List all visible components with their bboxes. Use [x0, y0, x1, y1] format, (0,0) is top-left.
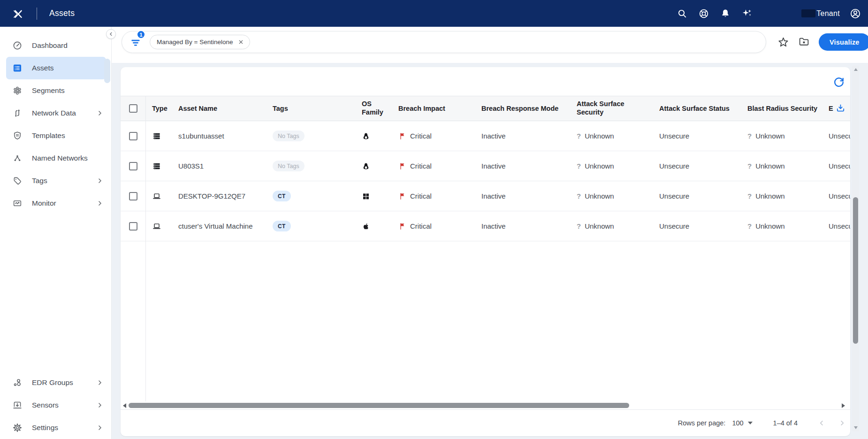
column-header-attack-surface-status[interactable]: Attack Surface Status [657, 105, 740, 112]
sidebar-item-monitor[interactable]: Monitor [0, 192, 111, 215]
row-checkbox[interactable] [129, 132, 137, 140]
tag-chip: CT [273, 191, 291, 201]
sidebar-item-edr-groups[interactable]: EDR Groups [0, 371, 111, 394]
table-row[interactable]: ctuser's Virtual Machine CT Critical Ina… [121, 211, 850, 241]
attack-surface-security-value: Unknown [585, 192, 614, 200]
column-header-os-family[interactable]: OS Family [356, 100, 394, 116]
breach-response-mode-value: Inactive [479, 222, 572, 230]
table-row[interactable]: U803S1 No Tags Critical Inactive ?Unknow… [121, 151, 850, 181]
sidebar-item-segments[interactable]: Segments [0, 79, 111, 102]
attack-surface-status-value: Unsecure [657, 192, 740, 200]
vertical-scrollbar-thumb[interactable] [853, 197, 858, 344]
visualize-button[interactable]: Visualize [819, 33, 868, 51]
clipped-value: Unsecure [827, 162, 850, 170]
search-icon[interactable] [677, 8, 688, 19]
brand-logo-icon[interactable] [11, 7, 25, 21]
column-header-type[interactable]: Type [145, 105, 178, 112]
saved-filters-folder-icon[interactable] [798, 36, 810, 48]
row-checkbox[interactable] [129, 222, 137, 231]
column-header-attack-surface-security[interactable]: Attack Surface Security [572, 100, 657, 116]
asset-name[interactable]: s1ubuntuasset [178, 132, 273, 140]
filter-chip[interactable]: Managed By = Sentinelone [150, 35, 250, 49]
sidebar-item-label: Network Data [32, 109, 76, 117]
column-header-asset-name[interactable]: Asset Name [178, 105, 273, 112]
column-header-blast-radius-security[interactable]: Blast Radius Security [740, 105, 827, 112]
horizontal-scrollbar[interactable] [121, 401, 850, 409]
horizontal-scrollbar-thumb[interactable] [129, 403, 629, 408]
critical-flag-icon [398, 222, 407, 231]
chevron-right-icon [96, 177, 104, 185]
pinned-column-divider [145, 96, 146, 401]
top-navbar: Assets Tenant [0, 0, 868, 27]
notifications-bell-icon[interactable] [720, 8, 731, 19]
sidebar-scrollbar-thumb[interactable] [104, 59, 110, 83]
filter-bar[interactable]: 1 Managed By = Sentinelone [122, 31, 766, 53]
table-row[interactable]: DESKTOP-9G12QE7 CT Critical Inactive ?Un… [121, 181, 850, 211]
column-header-breach-impact[interactable]: Breach Impact [394, 105, 479, 112]
filter-chip-label: Managed By = Sentinelone [157, 39, 233, 46]
sidebar-item-assets[interactable]: Assets [6, 57, 106, 79]
column-header-breach-response-mode[interactable]: Breach Response Mode [479, 105, 572, 112]
sidebar-item-tags[interactable]: Tags [0, 169, 111, 192]
shield-icon [12, 131, 23, 141]
redacted-tenant-box [801, 9, 815, 17]
sidebar-item-label: Dashboard [32, 41, 68, 50]
question-icon: ? [747, 162, 752, 170]
breach-impact-value: Critical [410, 132, 432, 140]
attack-surface-security-value: Unknown [585, 222, 614, 230]
sidebar-item-dashboard[interactable]: Dashboard [0, 34, 111, 57]
sidebar-item-sensors[interactable]: Sensors [0, 394, 111, 416]
help-icon[interactable] [698, 8, 709, 19]
ai-sparkles-icon[interactable] [741, 8, 753, 19]
pagination-bar: Rows per page: 100 1–4 of 4 [121, 409, 850, 436]
breach-response-mode-value: Inactive [479, 162, 572, 170]
vertical-scrollbar[interactable] [852, 66, 859, 431]
asset-name[interactable]: DESKTOP-9G12QE7 [178, 192, 273, 200]
filter-icon[interactable]: 1 [129, 36, 142, 48]
question-icon: ? [747, 222, 752, 230]
rows-per-page-select[interactable]: 100 [732, 419, 752, 427]
network-data-icon [12, 108, 23, 118]
page-title: Assets [49, 8, 75, 18]
asset-name[interactable]: ctuser's Virtual Machine [178, 222, 273, 230]
sidebar-item-settings[interactable]: Settings [0, 416, 111, 439]
sidebar-collapse-button[interactable] [106, 29, 116, 39]
row-checkbox[interactable] [129, 192, 137, 200]
table-row[interactable]: s1ubuntuasset No Tags Critical Inactive … [121, 121, 850, 151]
laptop-icon [152, 192, 178, 201]
breach-response-mode-value: Inactive [479, 132, 572, 140]
sidebar-item-network-data[interactable]: Network Data [0, 102, 111, 124]
attack-surface-status-value: Unsecure [657, 162, 740, 170]
favorite-star-icon[interactable] [777, 36, 789, 48]
pagination-range: 1–4 of 4 [773, 419, 798, 427]
asset-name[interactable]: U803S1 [178, 162, 273, 170]
chip-remove-icon[interactable] [238, 39, 244, 45]
blast-radius-security-value: Unknown [755, 162, 785, 170]
tenant-label[interactable]: Tenant [816, 9, 840, 18]
scroll-right-arrow-icon[interactable] [842, 403, 845, 408]
export-download-icon[interactable] [835, 103, 846, 114]
column-header-tags[interactable]: Tags [273, 105, 356, 112]
row-checkbox[interactable] [129, 162, 137, 170]
sidebar-item-label: Monitor [32, 199, 56, 208]
sidebar-item-templates[interactable]: Templates [0, 124, 111, 147]
chevron-right-icon [96, 379, 104, 386]
account-circle-icon[interactable] [849, 8, 861, 20]
scroll-left-arrow-icon[interactable] [123, 403, 126, 408]
refresh-icon[interactable] [832, 75, 846, 89]
molecule-circles-icon [12, 377, 23, 388]
breach-impact-value: Critical [410, 162, 432, 170]
select-all-checkbox[interactable] [129, 104, 137, 113]
previous-page-icon[interactable] [817, 419, 826, 427]
attack-surface-security-value: Unknown [585, 162, 614, 170]
assets-table-card: Type Asset Name Tags OS Family Breach Im… [121, 67, 850, 436]
sidebar-item-named-networks[interactable]: Named Networks [0, 147, 111, 169]
attack-surface-status-value: Unsecure [657, 132, 740, 140]
scroll-up-arrow-icon[interactable] [854, 68, 858, 71]
scroll-down-arrow-icon[interactable] [854, 426, 858, 429]
table-header-row: Type Asset Name Tags OS Family Breach Im… [121, 96, 850, 121]
sensor-download-icon [12, 400, 23, 410]
clipped-value: Unsecure [827, 222, 850, 230]
sidebar-item-label: Templates [32, 131, 65, 140]
next-page-icon[interactable] [838, 419, 846, 427]
